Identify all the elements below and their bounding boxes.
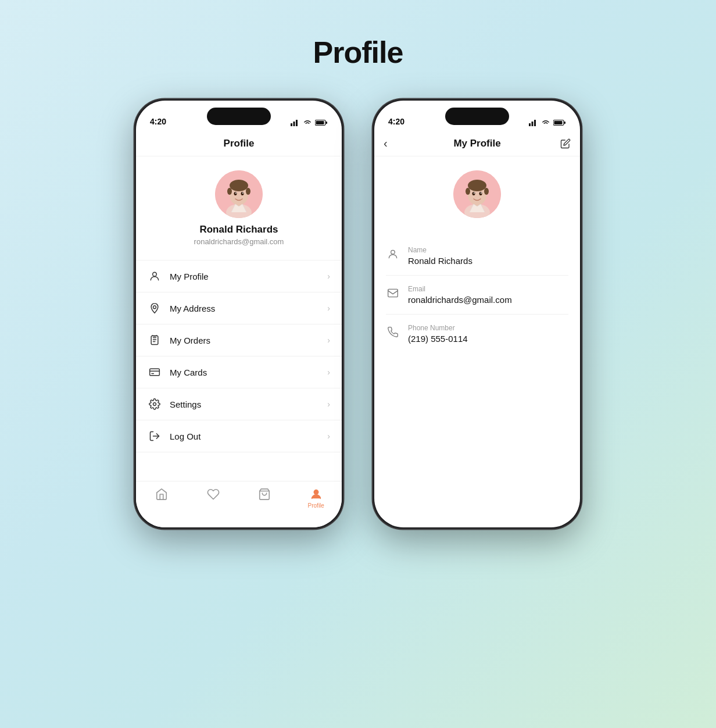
menu-item-my-cards[interactable]: My Cards › xyxy=(136,356,342,388)
email-field-icon xyxy=(386,286,400,300)
tab-home[interactable] xyxy=(136,487,188,501)
svg-point-10 xyxy=(230,180,248,191)
menu-item-my-address[interactable]: My Address › xyxy=(136,292,342,324)
svg-point-37 xyxy=(484,188,489,195)
wifi-icon-1 xyxy=(303,119,312,126)
svg-point-24 xyxy=(314,490,318,494)
field-content-email: Email ronaldrichards@gmail.com xyxy=(408,285,568,305)
edit-button[interactable] xyxy=(560,138,571,149)
svg-rect-29 xyxy=(564,122,566,124)
menu-item-log-out[interactable]: Log Out › xyxy=(136,420,342,452)
nav-header-1: Profile xyxy=(136,131,342,156)
nav-title-1: Profile xyxy=(224,138,255,149)
tab-cart[interactable] xyxy=(239,487,291,501)
menu-list-1: My Profile › My Address › xyxy=(136,260,342,452)
menu-item-my-profile[interactable]: My Profile › xyxy=(136,260,342,292)
battery-icon-2 xyxy=(553,119,566,126)
phone-profile-menu: 4:20 xyxy=(134,99,343,529)
svg-point-13 xyxy=(234,192,237,195)
svg-rect-27 xyxy=(534,120,536,126)
svg-point-35 xyxy=(468,180,486,191)
menu-label-my-profile: My Profile xyxy=(170,272,327,281)
svg-rect-20 xyxy=(150,369,160,376)
field-group-email: Email ronaldrichards@gmail.com xyxy=(386,276,568,315)
avatar-1 xyxy=(215,170,263,218)
status-icons-1 xyxy=(291,119,328,126)
tab-bar-1: Profile xyxy=(136,481,342,527)
chevron-my-cards: › xyxy=(327,367,330,377)
svg-point-14 xyxy=(241,192,244,195)
name-field-icon xyxy=(386,247,400,261)
svg-rect-1 xyxy=(293,122,295,126)
phones-container: 4:20 xyxy=(134,99,582,529)
menu-label-settings: Settings xyxy=(170,399,327,409)
menu-item-my-orders[interactable]: My Orders › xyxy=(136,324,342,356)
name-value: Ronald Richards xyxy=(408,256,568,266)
back-button[interactable]: ‹ xyxy=(384,137,388,150)
chevron-my-orders: › xyxy=(327,336,330,345)
tab-profile[interactable]: Profile xyxy=(291,487,342,509)
phone-profile-detail: 4:20 xyxy=(373,99,582,529)
shopping-bag-icon xyxy=(257,487,271,501)
name-label: Name xyxy=(408,246,568,254)
phone-screen-1: 4:20 xyxy=(136,101,342,527)
chevron-log-out: › xyxy=(327,431,330,441)
svg-point-11 xyxy=(227,188,232,195)
email-label: Email xyxy=(408,285,568,293)
svg-point-16 xyxy=(242,192,244,194)
status-time-1: 4:20 xyxy=(150,117,166,126)
svg-point-40 xyxy=(474,192,475,194)
location-icon xyxy=(148,301,162,315)
svg-point-17 xyxy=(153,272,157,276)
nav-title-2: My Profile xyxy=(453,138,500,149)
screen-content-1: Ronald Richards ronaldrichards@gmail.com xyxy=(136,156,342,481)
chevron-settings: › xyxy=(327,399,330,409)
phone-field-icon xyxy=(386,325,400,339)
chevron-my-profile: › xyxy=(327,272,330,281)
menu-label-my-address: My Address xyxy=(170,304,327,313)
menu-label-my-cards: My Cards xyxy=(170,367,327,377)
svg-rect-4 xyxy=(326,122,328,124)
svg-point-41 xyxy=(481,192,482,194)
svg-point-42 xyxy=(391,250,395,254)
svg-point-12 xyxy=(246,188,250,195)
phone-value: (219) 555-0114 xyxy=(408,334,568,344)
tab-wishlist[interactable] xyxy=(188,487,239,501)
nav-header-2: ‹ My Profile xyxy=(374,131,580,156)
phone-screen-2: 4:20 xyxy=(374,101,580,527)
page-title: Profile xyxy=(313,35,403,70)
user-name-1: Ronald Richards xyxy=(199,224,278,235)
dynamic-island-2 xyxy=(445,108,509,125)
svg-rect-25 xyxy=(529,123,531,126)
settings-icon xyxy=(148,397,162,411)
field-group-phone: Phone Number (219) 555-0114 xyxy=(386,315,568,353)
svg-point-21 xyxy=(153,403,156,406)
user-email-1: ronaldrichards@gmail.com xyxy=(194,237,284,246)
svg-rect-2 xyxy=(296,120,298,126)
status-icons-2 xyxy=(529,119,566,126)
signal-icon-2 xyxy=(529,119,538,126)
svg-point-18 xyxy=(153,306,156,309)
home-icon xyxy=(155,487,169,501)
svg-rect-30 xyxy=(554,121,563,124)
menu-item-settings[interactable]: Settings › xyxy=(136,388,342,420)
svg-point-39 xyxy=(479,192,482,195)
screen-content-2: Name Ronald Richards E xyxy=(374,156,580,527)
svg-rect-26 xyxy=(532,122,534,126)
avatar-section-2 xyxy=(374,156,580,227)
field-content-phone: Phone Number (219) 555-0114 xyxy=(408,324,568,344)
dynamic-island-1 xyxy=(207,108,271,125)
svg-rect-43 xyxy=(388,289,398,297)
profile-tab-icon xyxy=(309,487,323,501)
field-group-name: Name Ronald Richards xyxy=(386,237,568,276)
battery-icon-1 xyxy=(315,119,328,126)
menu-label-log-out: Log Out xyxy=(170,431,327,441)
heart-icon xyxy=(206,487,220,501)
svg-point-38 xyxy=(472,192,475,195)
orders-icon xyxy=(148,333,162,347)
svg-point-36 xyxy=(466,188,470,195)
svg-point-15 xyxy=(235,192,237,194)
logout-icon xyxy=(148,429,162,443)
svg-rect-0 xyxy=(291,123,292,126)
email-value: ronaldrichards@gmail.com xyxy=(408,295,568,305)
